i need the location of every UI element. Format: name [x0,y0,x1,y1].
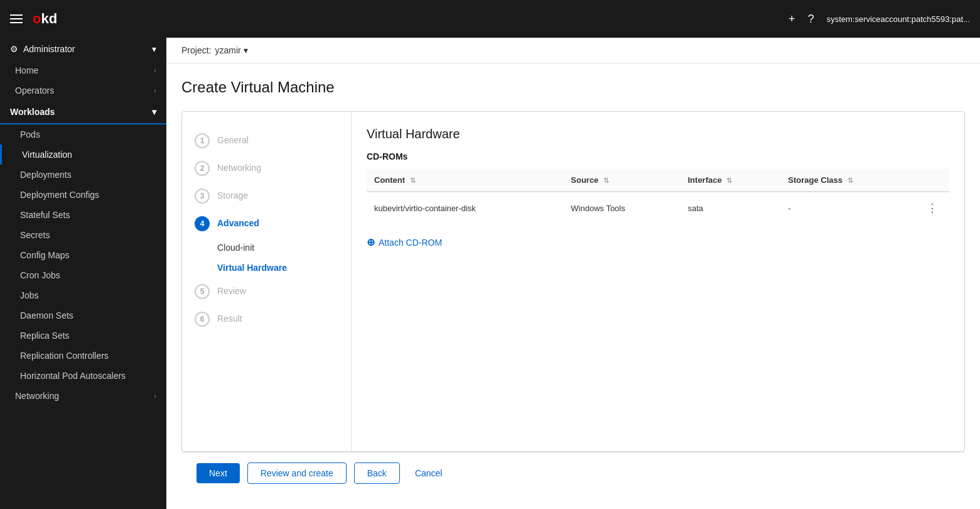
step-advanced[interactable]: 4 Advanced [182,210,351,238]
project-bar: Project: yzamir ▾ [166,38,980,63]
cdroms-table: Content ⇅ Source ⇅ Interface ⇅ [367,169,949,224]
step-number-5: 5 [195,284,210,299]
sidebar-item-daemon-sets[interactable]: Daemon Sets [0,305,166,326]
page-title: Create Virtual Machine [181,79,965,96]
attach-plus-icon: ⊕ [367,236,375,248]
cell-interface: sata [681,192,781,224]
attach-cdrom-label: Attach CD-ROM [379,238,442,248]
step-result[interactable]: 6 Result [182,305,351,333]
add-icon[interactable]: + [789,13,795,26]
step-sub-cloud-init[interactable]: Cloud-init [182,238,351,258]
step-storage[interactable]: 3 Storage [182,182,351,210]
sidebar-item-deployments[interactable]: Deployments [0,165,166,185]
back-button[interactable]: Back [354,462,400,484]
admin-role-header[interactable]: ⚙ Administrator ▾ [0,38,166,60]
wizard-main: Virtual Hardware CD-ROMs Content ⇅ Sourc… [352,112,964,451]
steps-panel: 1 General 2 Networking 3 Storage 4 Advan… [182,112,352,451]
step-number-6: 6 [195,312,210,327]
hamburger-menu[interactable] [10,14,23,23]
sidebar-item-virtualization[interactable]: Virtualization [0,145,166,165]
wizard-footer: Next Review and create Back Cancel [181,452,965,494]
next-button[interactable]: Next [197,463,240,483]
networking-chevron: › [154,392,156,400]
step-label-networking: Networking [217,161,261,173]
help-icon[interactable]: ? [808,13,814,26]
col-interface[interactable]: Interface ⇅ [681,169,781,192]
operators-chevron: › [154,87,156,94]
col-storage-class[interactable]: Storage Class ⇅ [780,169,915,192]
cell-storage-class: - [780,192,915,224]
sidebar-item-cron-jobs[interactable]: Cron Jobs [0,265,166,285]
step-number-4: 4 [195,216,210,231]
cancel-button[interactable]: Cancel [407,463,450,483]
sidebar-item-networking[interactable]: Networking › [0,386,166,406]
logo-rest: kd [41,11,57,26]
logo-o: o [33,11,41,26]
virtual-hardware-title: Virtual Hardware [367,127,949,141]
project-dropdown[interactable]: yzamir ▾ [215,45,247,55]
interface-sort-icon: ⇅ [726,177,732,184]
logo-text: okd [33,11,57,27]
content-sort-icon: ⇅ [410,177,416,184]
step-number-2: 2 [195,161,210,176]
cdroms-label: CD-ROMs [367,151,949,161]
sidebar-item-horizontal-pod-autoscalers[interactable]: Horizontal Pod Autoscalers [0,366,166,386]
col-actions [915,169,949,192]
main-layout: ⚙ Administrator ▾ Home › Operators › Wor… [0,38,980,509]
admin-label: Administrator [23,44,75,54]
step-label-general: General [217,133,249,145]
project-name: yzamir [215,45,240,55]
table-row: kubevirt/virtio-container-disk Windows T… [367,192,949,224]
wizard-container: 1 General 2 Networking 3 Storage 4 Advan… [181,111,965,452]
sidebar-item-operators[interactable]: Operators › [0,80,166,101]
cell-source: Windows Tools [563,192,680,224]
user-account[interactable]: system:serviceaccount:patch5593:pat... [827,14,970,24]
navbar-icons: + ? system:serviceaccount:patch5593:pat.… [789,13,970,26]
storage-class-sort-icon: ⇅ [848,177,853,184]
navbar: okd + ? system:serviceaccount:patch5593:… [0,0,980,38]
workloads-chevron: ▾ [152,107,156,117]
content-area: Project: yzamir ▾ Create Virtual Machine… [166,38,980,509]
review-create-button[interactable]: Review and create [247,462,347,484]
step-number-3: 3 [195,189,210,204]
source-sort-icon: ⇅ [603,177,609,184]
step-label-storage: Storage [217,189,248,200]
sidebar-item-config-maps[interactable]: Config Maps [0,245,166,265]
step-label-review: Review [217,284,246,296]
project-dropdown-chevron: ▾ [244,45,248,55]
cell-kebab: ⋮ [915,192,949,224]
cell-content: kubevirt/virtio-container-disk [367,192,563,224]
step-networking[interactable]: 2 Networking [182,155,351,182]
admin-chevron: ▾ [152,44,156,54]
project-label: Project: [181,45,211,55]
col-source[interactable]: Source ⇅ [563,169,680,192]
step-label-result: Result [217,312,242,324]
sidebar-item-pods[interactable]: Pods [0,124,166,145]
sidebar-item-workloads[interactable]: Workloads ▾ [0,101,166,124]
step-general[interactable]: 1 General [182,127,351,155]
sidebar-item-stateful-sets[interactable]: Stateful Sets [0,205,166,225]
sidebar-item-replication-controllers[interactable]: Replication Controllers [0,346,166,366]
logo: okd [33,11,57,27]
sidebar: ⚙ Administrator ▾ Home › Operators › Wor… [0,38,166,509]
sidebar-item-jobs[interactable]: Jobs [0,285,166,305]
col-content[interactable]: Content ⇅ [367,169,563,192]
page-content: Create Virtual Machine 1 General 2 Netwo… [166,63,980,509]
step-label-advanced: Advanced [217,216,259,228]
gear-icon: ⚙ [10,44,18,54]
step-review[interactable]: 5 Review [182,278,351,305]
sidebar-item-deployment-configs[interactable]: Deployment Configs [0,185,166,205]
sidebar-item-home[interactable]: Home › [0,60,166,80]
home-chevron: › [154,67,156,74]
step-sub-virtual-hardware[interactable]: Virtual Hardware [182,258,351,278]
step-number-1: 1 [195,133,210,148]
sidebar-item-secrets[interactable]: Secrets [0,225,166,245]
sidebar-item-replica-sets[interactable]: Replica Sets [0,326,166,346]
row-kebab-button[interactable]: ⋮ [923,200,942,216]
attach-cdrom-link[interactable]: ⊕ Attach CD-ROM [367,236,949,248]
